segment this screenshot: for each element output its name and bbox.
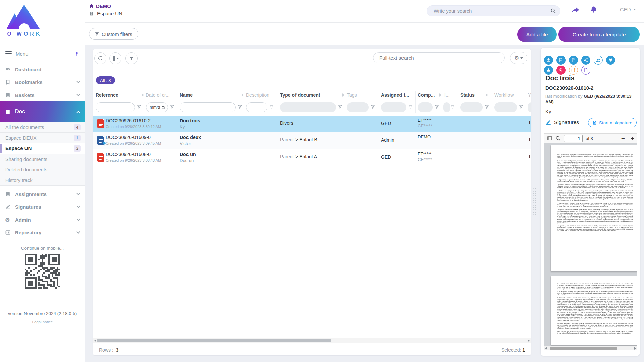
col-header-type[interactable]: Type of document [280, 92, 320, 98]
pdf-horizontal-scrollbar[interactable] [544, 346, 637, 350]
table-horizontal-scrollbar[interactable] [93, 338, 531, 343]
column-filter-funnel-icon[interactable] [338, 105, 342, 109]
add-file-button[interactable]: Add a file [517, 27, 557, 42]
col-header-assigned[interactable]: Assigned t... [381, 92, 409, 98]
share-icon[interactable] [571, 6, 580, 14]
sidebar-item-espace-deux[interactable]: Espace DEUX 1 [0, 133, 85, 143]
column-filter-funnel-icon[interactable] [519, 105, 523, 109]
sidebar-item-label: Admin [15, 217, 31, 223]
favorite-button[interactable]: ♥ [606, 56, 615, 65]
users-button[interactable] [594, 56, 603, 65]
start-signature-button[interactable]: Start a signature [588, 118, 637, 127]
table-row[interactable]: DOC230926-01608-0Created on 9/26/2023 3:… [93, 149, 531, 166]
breadcrumb-space[interactable]: Espace UN [89, 11, 122, 16]
pdf-sidebar-toggle-icon[interactable] [547, 136, 552, 141]
app-logo[interactable]: O'WORK [5, 3, 44, 37]
user-menu[interactable]: GED [620, 7, 636, 12]
search-icon[interactable] [550, 8, 556, 14]
col-header-status[interactable]: Status [460, 92, 475, 98]
calendar-icon[interactable] [161, 105, 165, 110]
scrollbar-thumb[interactable] [97, 339, 331, 342]
sidebar-item-espace-un[interactable]: Espace UN 3 [0, 143, 85, 154]
sidebar-item-bookmarks[interactable]: Bookmarks [0, 76, 85, 88]
col-header-workflow[interactable]: Workflow [494, 92, 514, 98]
pdf-viewer[interactable]: Il y a aujourd'hui trois cent quarante-h… [544, 143, 637, 346]
sidebar-item-all-documents[interactable]: All the documents 4 [0, 122, 85, 132]
col-header-reference[interactable]: Reference [96, 92, 118, 98]
download-button[interactable] [544, 56, 553, 65]
expand-column-icon[interactable] [486, 93, 488, 97]
expand-column-icon[interactable] [142, 93, 144, 97]
sidebar-item-baskets[interactable]: Baskets [0, 88, 85, 101]
row-subtitle: Victor [180, 141, 201, 146]
breadcrumb-home[interactable]: DEMO [89, 3, 111, 9]
create-template-button[interactable]: Create from a template [558, 27, 640, 42]
panel-resize-handle[interactable] [532, 188, 537, 216]
pin-icon[interactable] [74, 51, 79, 56]
edit-button[interactable] [569, 66, 578, 75]
columns-button[interactable] [109, 52, 121, 64]
col-header-name[interactable]: Name [180, 92, 193, 98]
pdf-zoom-in-button[interactable]: + [631, 135, 634, 142]
column-filter-funnel-icon[interactable] [371, 105, 375, 109]
scroll-right-icon[interactable] [528, 339, 530, 342]
share-button[interactable] [581, 56, 590, 65]
column-filter-funnel-icon[interactable] [137, 105, 141, 109]
column-filter-funnel-icon[interactable] [238, 105, 242, 109]
filter-date-input[interactable]: mm/d [146, 102, 168, 112]
table-settings-button[interactable]: ⚙ [510, 52, 527, 64]
all-count-badge[interactable]: All : 3 [96, 76, 115, 84]
filter-name-input[interactable] [180, 102, 236, 112]
expand-column-icon[interactable] [342, 93, 344, 97]
column-filter-funnel-icon[interactable] [450, 105, 455, 109]
table-row[interactable]: DOC230926-01610-2Created on 9/26/2023 3:… [93, 116, 531, 132]
delete-button[interactable] [556, 66, 566, 75]
filter-button[interactable] [125, 52, 138, 64]
col-header-i[interactable]: I... [444, 92, 450, 98]
scroll-right-icon[interactable] [634, 347, 636, 350]
copy-button[interactable] [569, 56, 578, 65]
refresh-button[interactable] [94, 52, 106, 64]
sidebar-item-repository[interactable]: Repository [0, 226, 85, 239]
sidebar-item-sharing-documents[interactable]: Sharing documents [0, 154, 85, 164]
document-icon [583, 68, 588, 73]
filter-reference-input[interactable] [96, 102, 135, 112]
sidebar-item-admin[interactable]: ⚙ Admin [0, 213, 85, 226]
sidebar-item-label: Espace UN [5, 145, 32, 151]
column-filter-funnel-icon[interactable] [435, 105, 439, 109]
sidebar-item-assignments[interactable]: Assignments [0, 188, 85, 200]
filter-description-input[interactable] [246, 102, 267, 112]
col-header-date[interactable]: Date of cr... [146, 92, 170, 98]
scrollbar-thumb[interactable] [550, 347, 617, 350]
sidebar-item-dashboard[interactable]: Dashboard [0, 63, 85, 76]
upload-version-button[interactable] [556, 56, 566, 65]
col-header-y[interactable]: Y... [528, 92, 531, 98]
scroll-left-icon[interactable] [545, 347, 547, 350]
sidebar-item-deleted-documents[interactable]: Deleted documents [0, 164, 85, 175]
global-search-input[interactable] [433, 6, 547, 16]
pdf-page-input[interactable] [564, 135, 583, 142]
pdf-search-icon[interactable] [555, 136, 561, 141]
stamp-button[interactable] [544, 66, 553, 75]
fulltext-search-input[interactable] [379, 53, 499, 63]
sidebar-item-signatures[interactable]: Signatures [0, 200, 85, 213]
col-header-description[interactable]: Description [246, 92, 269, 98]
legal-notice-link[interactable]: Legal notice [0, 320, 85, 324]
sidebar-item-doc[interactable]: Doc [0, 101, 85, 122]
table-row[interactable]: DOC230926-01609-0Created on 9/26/2023 3:… [93, 132, 531, 149]
column-filter-funnel-icon[interactable] [170, 105, 174, 109]
expand-column-icon[interactable] [241, 93, 244, 97]
hamburger-icon[interactable] [5, 51, 12, 57]
document-preview-button[interactable] [581, 66, 590, 75]
expand-column-icon[interactable] [439, 93, 441, 97]
column-filter-funnel-icon[interactable] [408, 105, 413, 109]
sidebar-item-history-track[interactable]: History track [0, 175, 85, 185]
scroll-left-icon[interactable] [94, 339, 96, 342]
custom-filters-button[interactable]: Custom filters [89, 28, 138, 40]
col-header-company[interactable]: Comp... [418, 92, 435, 98]
column-filter-funnel-icon[interactable] [485, 105, 489, 109]
notifications-bell-icon[interactable] [590, 6, 598, 14]
column-filter-funnel-icon[interactable] [269, 105, 274, 109]
col-header-tags[interactable]: Tags [347, 92, 357, 98]
pdf-zoom-out-button[interactable]: − [621, 135, 625, 142]
